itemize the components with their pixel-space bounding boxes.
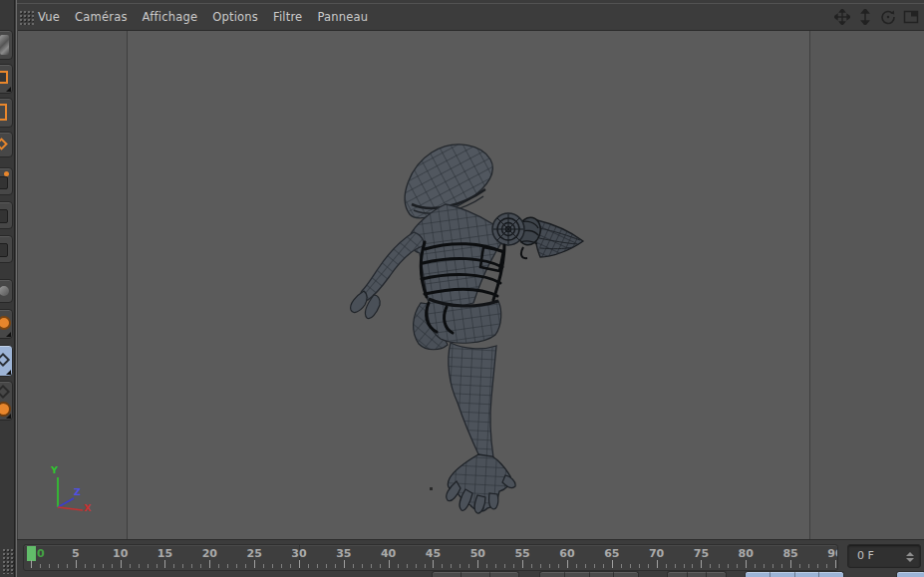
ruler-tick xyxy=(585,564,586,568)
ruler-tick xyxy=(612,560,613,568)
viewport-menubar: Vue Caméras Affichage Options Filtre Pan… xyxy=(17,3,924,29)
ruler-label: 40 xyxy=(378,547,400,560)
ruler-tick xyxy=(156,564,157,568)
flyout-triangle xyxy=(6,414,11,419)
ruler-tick xyxy=(218,564,219,568)
menubar-grip-handle[interactable] xyxy=(19,10,34,25)
axis-mode-icon[interactable] xyxy=(0,132,13,157)
ruler-tick xyxy=(549,564,550,568)
ruler-tick xyxy=(76,560,77,568)
ruler-tick xyxy=(799,564,800,568)
orange-circle-glyph xyxy=(0,316,11,330)
make-editable-cube-icon[interactable] xyxy=(0,64,13,94)
pan-icon[interactable] xyxy=(834,9,850,25)
menu-affichage[interactable]: Affichage xyxy=(143,10,198,24)
ruler-tick xyxy=(835,560,836,568)
ruler-tick xyxy=(630,564,631,568)
strip-grip-handle[interactable] xyxy=(2,548,14,574)
ruler-tick xyxy=(621,564,622,568)
edges-mode-icon[interactable] xyxy=(0,201,13,229)
transport-group-1[interactable] xyxy=(432,571,519,577)
ruler-label: 35 xyxy=(333,547,355,560)
ruler-tick xyxy=(684,564,685,568)
menu-filtre[interactable]: Filtre xyxy=(273,10,302,24)
wireframe-character-model[interactable] xyxy=(330,131,609,529)
toggle-layout-icon[interactable] xyxy=(903,9,919,25)
flyout-triangle xyxy=(6,332,11,337)
ruler-label: 70 xyxy=(646,547,668,560)
transport-group-autokey[interactable] xyxy=(896,571,924,577)
transport-group-3[interactable] xyxy=(667,571,727,577)
viewport-3d[interactable]: Y Z X xyxy=(18,30,924,539)
ruler-tick xyxy=(281,564,282,568)
dolly-zoom-icon[interactable] xyxy=(857,9,873,25)
ruler-tick xyxy=(344,560,345,568)
render-area-border-left xyxy=(127,31,128,539)
ruler-label: 45 xyxy=(422,547,444,560)
menu-cameras[interactable]: Caméras xyxy=(75,10,128,24)
ruler-tick xyxy=(326,564,327,568)
view-controls xyxy=(834,9,919,25)
model-mode-icon[interactable] xyxy=(0,98,13,128)
gray-glyph xyxy=(0,286,9,296)
undo-icon[interactable] xyxy=(0,30,13,60)
axis-x-label: X xyxy=(84,502,91,513)
ruler-tick xyxy=(85,564,86,568)
ruler-tick xyxy=(790,560,791,568)
ruler-tick xyxy=(200,564,201,568)
timeline-ruler[interactable]: 0 51015202530354045505560657075808590 xyxy=(23,544,838,571)
view-panel: Vue Caméras Affichage Options Filtre Pan… xyxy=(16,0,924,577)
rotate-icon[interactable] xyxy=(880,9,896,25)
ruler-label: 85 xyxy=(779,547,801,560)
transport-group-2[interactable] xyxy=(539,571,639,577)
spinner-down-icon[interactable] xyxy=(906,558,914,562)
spinner-up-icon[interactable] xyxy=(906,552,914,556)
ruler-tick xyxy=(182,564,183,568)
ruler-tick xyxy=(657,560,658,568)
ruler-tick xyxy=(263,564,264,568)
ruler-tick xyxy=(317,564,318,568)
ruler-tick xyxy=(67,564,68,568)
ruler-tick xyxy=(567,560,568,568)
menu-vue[interactable]: Vue xyxy=(38,10,60,24)
polygons-mode-icon[interactable] xyxy=(0,235,13,263)
ruler-tick xyxy=(148,564,149,568)
workplane-icon[interactable] xyxy=(0,279,13,303)
ruler-label: 5 xyxy=(65,547,87,560)
menu-options[interactable]: Options xyxy=(212,10,258,24)
diamond-glyph xyxy=(0,385,10,399)
selected-mode-icon[interactable] xyxy=(0,345,13,377)
current-frame-label: 0 xyxy=(37,547,59,560)
ruler-tick xyxy=(540,564,541,568)
ruler-tick xyxy=(40,564,41,568)
playhead[interactable] xyxy=(27,546,36,561)
render-area-shade-left xyxy=(18,31,127,539)
frame-field-value: 0 F xyxy=(857,549,874,562)
points-mode-icon[interactable] xyxy=(0,167,13,195)
ruler-tick xyxy=(451,564,452,568)
ruler-tick xyxy=(227,564,228,568)
ruler-tick xyxy=(486,564,487,568)
frame-field[interactable]: 0 F xyxy=(847,544,921,568)
ruler-tick xyxy=(245,564,246,568)
ruler-tick xyxy=(335,564,336,568)
menu-panneau[interactable]: Panneau xyxy=(317,10,368,24)
falloff-mode-icon[interactable] xyxy=(0,381,13,421)
ruler-tick xyxy=(49,564,50,568)
ruler-label: 80 xyxy=(735,547,757,560)
ruler-tick xyxy=(209,560,210,568)
ruler-label: 75 xyxy=(690,547,712,560)
flyout-triangle xyxy=(6,370,11,375)
ruler-tick xyxy=(737,564,738,568)
ruler-label: 60 xyxy=(556,547,578,560)
rect-glyph xyxy=(0,104,7,121)
frame-spinner[interactable] xyxy=(906,548,916,566)
ruler-tick xyxy=(272,564,273,568)
axis-z-label: Z xyxy=(74,486,81,497)
enable-snap-icon[interactable] xyxy=(0,309,13,339)
transport-group-keyframe[interactable] xyxy=(745,571,844,577)
ruler-tick xyxy=(728,564,729,568)
ruler-tick xyxy=(442,564,443,568)
ruler-label: 10 xyxy=(110,547,132,560)
ruler-tick xyxy=(94,564,95,568)
